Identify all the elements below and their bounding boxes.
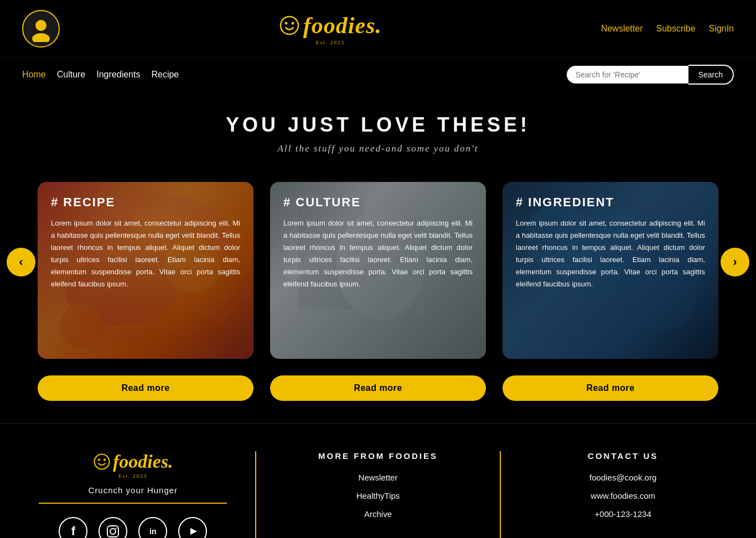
footer-contact-col: CONTACT US foodies@cook.org www.foodies.… xyxy=(523,451,723,527)
footer-email: foodies@cook.org xyxy=(523,473,723,482)
culture-card-content: # CULTURE Lorem ipsum dolor sit amet, co… xyxy=(270,182,486,359)
search-button[interactable]: Search xyxy=(688,65,734,85)
recipe-card: # RECIPE Lorem ipsum dolor sit amet, con… xyxy=(38,182,253,359)
social-icons: f in xyxy=(59,517,207,538)
hero-subtitle: All the stuff you need-and some you don'… xyxy=(11,143,745,154)
recipe-card-content: # RECIPE Lorem ipsum dolor sit amet, con… xyxy=(38,182,253,359)
svg-point-19 xyxy=(110,529,116,534)
svg-rect-18 xyxy=(107,526,118,537)
avatar-section xyxy=(22,10,60,48)
nav-bar: Home Culture Ingredients Recipe Search xyxy=(0,58,756,91)
ingredient-card-content: # INGREDIENT Lorem ipsum dolor sit amet,… xyxy=(503,182,718,359)
footer-vertical-divider-1 xyxy=(255,451,256,538)
logo-text: foodies. xyxy=(279,12,382,39)
search-input[interactable] xyxy=(567,66,688,83)
facebook-icon[interactable]: f xyxy=(59,517,87,538)
hero-section: YOU JUST LOVE THESE! All the stuff you n… xyxy=(0,91,756,165)
footer-more-title: MORE FROM FOODIES xyxy=(278,451,478,461)
footer-archive-link[interactable]: Archive xyxy=(278,509,478,519)
search-container: Search xyxy=(567,65,734,85)
read-more-row: Read more Read more Read more xyxy=(0,359,756,423)
svg-point-2 xyxy=(281,17,298,34)
logo-est: Est. 2023 xyxy=(279,40,382,45)
footer-est: Est. 2023 xyxy=(118,473,147,479)
svg-point-16 xyxy=(98,459,100,461)
logo: foodies. Est. 2023 xyxy=(279,12,382,45)
culture-card: # CULTURE Lorem ipsum dolor sit amet, co… xyxy=(270,182,486,359)
nav-culture[interactable]: Culture xyxy=(57,70,86,80)
recipe-card-text: Lorem ipsum dolor sit amet, consectetur … xyxy=(51,217,240,291)
nav-links: Home Culture Ingredients Recipe xyxy=(22,70,179,80)
footer-more-col: MORE FROM FOODIES Newsletter HealthyTips… xyxy=(278,451,478,527)
svg-point-0 xyxy=(35,20,46,31)
nav-ingredients[interactable]: Ingredients xyxy=(96,70,140,80)
nav-home[interactable]: Home xyxy=(22,70,46,80)
footer-logo: foodies. xyxy=(93,451,173,472)
svg-marker-21 xyxy=(190,528,197,535)
footer-healthytips-link[interactable]: HealthyTips xyxy=(278,491,478,500)
hero-title: YOU JUST LOVE THESE! xyxy=(11,113,745,137)
footer-tagline: Crucnch your Hunger xyxy=(89,485,178,495)
header-newsletter-link[interactable]: Newsletter xyxy=(601,24,643,34)
ingredient-read-more-button[interactable]: Read more xyxy=(503,375,718,401)
footer-website: www.foodies.com xyxy=(523,491,723,500)
nav-recipe[interactable]: Recipe xyxy=(151,70,179,80)
svg-point-17 xyxy=(103,459,106,461)
ingredient-card: # INGREDIENT Lorem ipsum dolor sit amet,… xyxy=(503,182,718,359)
footer-main: foodies. Est. 2023 Crucnch your Hunger f… xyxy=(33,451,723,538)
instagram-icon[interactable] xyxy=(99,517,127,538)
footer-phone: +000-123-1234 xyxy=(523,509,723,519)
svg-point-3 xyxy=(284,22,287,25)
svg-point-15 xyxy=(95,455,110,469)
footer-logo-smile-icon xyxy=(93,453,111,471)
ingredient-card-tag: # INGREDIENT xyxy=(516,195,705,210)
footer-brand: foodies. Est. 2023 Crucnch your Hunger f… xyxy=(33,451,233,538)
svg-point-4 xyxy=(291,22,294,25)
header-subscribe-link[interactable]: Subscribe xyxy=(656,24,695,34)
culture-card-text: Lorem ipsum dolor sit amet, consectetur … xyxy=(283,217,473,291)
footer-divider xyxy=(39,503,227,504)
footer-vertical-divider-2 xyxy=(500,451,501,538)
recipe-card-tag: # RECIPE xyxy=(51,195,240,210)
carousel-right-button[interactable]: › xyxy=(721,248,749,276)
youtube-icon[interactable] xyxy=(178,517,207,538)
header: foodies. Est. 2023 Newsletter Subscribe … xyxy=(0,0,756,58)
ingredient-card-text: Lorem ipsum dolor sit amet, consectetur … xyxy=(516,217,705,291)
footer: foodies. Est. 2023 Crucnch your Hunger f… xyxy=(0,423,756,538)
linkedin-icon[interactable]: in xyxy=(138,517,167,538)
culture-read-more-button[interactable]: Read more xyxy=(270,375,486,401)
culture-card-tag: # CULTURE xyxy=(283,195,473,210)
svg-point-20 xyxy=(116,527,117,529)
footer-contact-title: CONTACT US xyxy=(523,451,723,461)
avatar[interactable] xyxy=(22,10,60,48)
header-nav: Newsletter Subscribe SignIn xyxy=(601,24,734,34)
carousel-left-button[interactable]: ‹ xyxy=(7,248,35,276)
header-signin-link[interactable]: SignIn xyxy=(709,24,734,34)
cards-section: ‹ # RECIPE Lorem ipsum dolor sit amet, c… xyxy=(0,165,756,359)
footer-newsletter-link[interactable]: Newsletter xyxy=(278,473,478,482)
recipe-read-more-button[interactable]: Read more xyxy=(38,375,253,401)
svg-point-1 xyxy=(32,33,50,42)
logo-smile-icon xyxy=(279,15,300,36)
